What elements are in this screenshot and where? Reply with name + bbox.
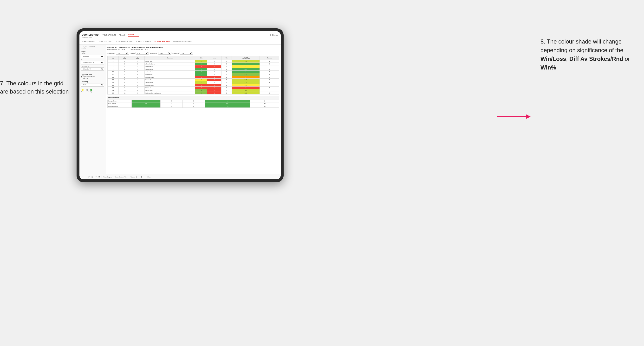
cell-conf: 3 bbox=[131, 71, 144, 73]
subnav-player-h2h-grid[interactable]: PLAYER H2H GRID bbox=[154, 40, 170, 43]
legend-down-label: Down bbox=[81, 91, 84, 93]
cell-rounds: 2 bbox=[260, 76, 279, 79]
cell-loss: 1 bbox=[207, 92, 221, 95]
division-select[interactable]: NCAA Division III bbox=[81, 61, 104, 64]
cell-reg: 8 bbox=[118, 81, 131, 84]
cell-conf: 4 bbox=[131, 68, 144, 71]
cell-win: 4 bbox=[195, 89, 207, 92]
cell-div: 20 bbox=[108, 92, 119, 95]
cell-conf: 6 bbox=[131, 89, 144, 92]
ood-cell-label: NAIA Division 1 bbox=[108, 102, 132, 105]
sign-out-link[interactable]: Sign out bbox=[272, 34, 278, 36]
col-reg: #Reg bbox=[118, 56, 131, 60]
ood-cell-rounds: 30 bbox=[250, 102, 279, 105]
opponents-filter-select[interactable]: (All) bbox=[116, 52, 129, 55]
save-custom-btn[interactable]: Save Custom View bbox=[115, 176, 128, 178]
cell-diff: -1 bbox=[232, 65, 260, 68]
table-row: 9 1 4 Sharon Mun 1 0 0 3.67 3 bbox=[108, 68, 279, 71]
cell-rounds: 4 bbox=[260, 60, 279, 63]
ood-cell-diff: 4.5 bbox=[205, 100, 250, 102]
cell-opponent: Stella Cheng bbox=[145, 81, 195, 84]
cell-opponent: Sharon Mun bbox=[145, 68, 195, 71]
cell-loss: 1 bbox=[207, 87, 221, 89]
subnav-player-h2h-heatmap[interactable]: PLAYER H2H HEATMAP bbox=[173, 40, 192, 43]
cell-win: 1 bbox=[195, 81, 207, 84]
cell-diff: 1.25 bbox=[232, 81, 260, 84]
ood-cell-rounds: 10 bbox=[250, 105, 279, 108]
cell-conf: 4 bbox=[131, 79, 144, 81]
legend-level-label: Level bbox=[86, 91, 89, 93]
ood-cell-win: 15 bbox=[132, 102, 160, 105]
cell-opponent: Euna Lee bbox=[145, 87, 195, 89]
radio-dot-opponents bbox=[81, 76, 82, 77]
nav-tournaments[interactable]: TOURNAMENTS bbox=[102, 34, 116, 36]
cell-win: 2 bbox=[195, 79, 207, 81]
cell-tie: 0 bbox=[221, 92, 232, 95]
undo-button[interactable]: ↩ bbox=[81, 176, 83, 178]
region-filter-select[interactable]: (All) bbox=[136, 52, 149, 55]
cell-div: 5 bbox=[108, 63, 119, 65]
redo-step-back[interactable]: ↪ bbox=[85, 176, 87, 178]
radio-opponents-played[interactable]: Opponents Played bbox=[81, 76, 104, 77]
refresh-icon[interactable]: ↺ bbox=[98, 176, 100, 178]
cell-rounds: 11 bbox=[260, 89, 279, 92]
opponent-filter-select[interactable]: (All) bbox=[180, 52, 193, 55]
table-row: 5 2 2 Alexis Sudjianto 1 0 0 4 3 bbox=[108, 63, 279, 65]
subnav-team-h2h-grid[interactable]: TEAM H2H GRID bbox=[99, 40, 112, 43]
out-of-division-header: Out of division bbox=[107, 96, 279, 99]
cell-rounds: 4 bbox=[260, 71, 279, 73]
arrow-right-icon bbox=[495, 109, 538, 124]
cell-loss: 0 bbox=[207, 68, 221, 71]
cell-win: 1 bbox=[195, 63, 207, 65]
cell-conf: 1 bbox=[131, 60, 144, 63]
subnav-team-h2h-heatmap[interactable]: TEAM H2H HEATMAP bbox=[115, 40, 132, 43]
colour-by-select[interactable]: Win/loss bbox=[81, 83, 104, 87]
watch-dropdown-icon[interactable]: ▾ bbox=[136, 176, 137, 178]
gender-select[interactable]: Women's bbox=[81, 55, 104, 58]
ood-cell-diff: 7.4 bbox=[205, 105, 250, 108]
cell-diff: -0.94 bbox=[232, 84, 260, 87]
left-panel: Last Updated: 27/03/2024 16:55:38 Player… bbox=[80, 45, 106, 174]
cell-div: 11 bbox=[108, 73, 119, 76]
cell-win: 1 bbox=[195, 68, 207, 71]
gender-label: Gender bbox=[81, 53, 104, 54]
nav-teams[interactable]: TEAMS bbox=[119, 34, 126, 36]
table-row: 18 2 2 Euna Lee 0 1 0 -5 2 bbox=[108, 87, 279, 89]
ood-table-row: Foreign Team 1 0 0 4.5 2 bbox=[108, 100, 279, 102]
cell-win: 2 bbox=[195, 92, 207, 95]
cell-diff: 0.38 bbox=[232, 79, 260, 81]
watch-btn[interactable]: Watch bbox=[130, 176, 134, 178]
ood-cell-loss: 0 bbox=[160, 100, 182, 102]
opponent-view-title: Opponent view bbox=[81, 74, 104, 75]
export-icon[interactable]: ⬆ bbox=[140, 176, 142, 178]
cell-tie: 0 bbox=[221, 87, 232, 89]
cell-loss: 2 bbox=[207, 79, 221, 81]
cell-loss: 1 bbox=[207, 89, 221, 92]
region-filter-label: Region bbox=[130, 52, 134, 54]
cell-opponent: Alexis Sudjianto bbox=[145, 63, 195, 65]
legend-up-label: Up bbox=[90, 91, 92, 93]
col-loss: Loss bbox=[207, 56, 221, 60]
cell-tie: 0 bbox=[221, 76, 232, 79]
subnav-player-summary[interactable]: PLAYER SUMMARY bbox=[136, 40, 151, 43]
nav-committee[interactable]: COMMITTEE bbox=[128, 33, 139, 36]
subnav-team-summary[interactable]: TEAM SUMMARY bbox=[82, 40, 96, 43]
crop-icon[interactable]: ⊡ bbox=[92, 176, 94, 178]
cell-opponent: Eunice Yi bbox=[145, 79, 195, 81]
main-content: Last Updated: 27/03/2024 16:55:38 Player… bbox=[80, 45, 281, 174]
cell-opponent: Sydney Kuo bbox=[145, 65, 195, 68]
cell-div: 3 bbox=[108, 60, 119, 63]
annotation-right: 8. The colour shade will change dependin… bbox=[540, 37, 642, 72]
division-record: Division Record: 331 - 34 - 6 bbox=[130, 49, 148, 50]
redo-button[interactable]: ↩ bbox=[88, 176, 90, 178]
share-btn[interactable]: Share bbox=[147, 176, 151, 178]
more-icon[interactable]: ⋯ bbox=[144, 176, 146, 178]
conference-filter-label: Conference bbox=[150, 52, 157, 54]
radio-top-100[interactable]: Top 100 bbox=[81, 78, 104, 79]
view-original-btn[interactable]: View: Original bbox=[103, 176, 112, 178]
cell-conf: 7 bbox=[131, 92, 144, 95]
scissor-icon[interactable]: ✂ bbox=[95, 176, 97, 178]
conference-filter-select[interactable]: (All) bbox=[158, 52, 172, 55]
cell-conf: 1 bbox=[131, 84, 144, 87]
player-rank-select[interactable]: 8. Katelyn Vo bbox=[81, 67, 104, 71]
